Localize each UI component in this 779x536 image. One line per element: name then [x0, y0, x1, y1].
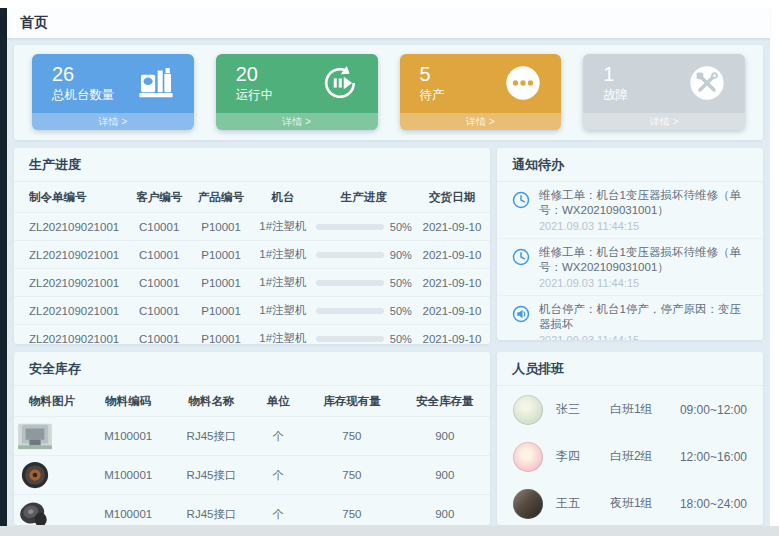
stat-card-icon — [136, 63, 176, 103]
safety-qty-cell: 900 — [400, 417, 490, 456]
material-name-cell: RJ45接口 — [171, 456, 252, 495]
production-table-row: ZL202109021001 C10001 P10001 1#注塑机 — [14, 269, 490, 297]
staff-row: 王五 夜班1组 18:00~24:00 — [497, 480, 763, 525]
customer-no-cell: C10001 — [128, 297, 190, 325]
speaker-front-image — [16, 460, 54, 490]
material-name-cell: RJ45接口 — [171, 495, 252, 526]
production-table-header-row: 制令单编号 客户编号 产品编号 机台 生产进度 交货日期 — [14, 182, 490, 213]
progress-cell: 50% — [314, 213, 414, 241]
stat-detail-link[interactable]: 详情 > — [583, 113, 745, 130]
staff-name: 王五 — [556, 495, 610, 512]
delivery-date-cell: 2021-09-10 — [414, 297, 490, 325]
progress-track — [316, 336, 384, 342]
progress-track — [316, 308, 384, 314]
collapsed-sidebar[interactable] — [0, 8, 7, 526]
order-no-cell: ZL202109021001 — [14, 213, 128, 241]
dashboard-window: 首页 26 总机台数量 — [0, 0, 779, 536]
stat-cards-panel: 26 总机台数量 — [14, 45, 763, 140]
notification-item[interactable]: 维修工单：机台1变压器损坏待维修（单号：WX202109031001） 2021… — [497, 239, 763, 296]
rj45-connector-image — [16, 421, 54, 451]
notification-item[interactable]: 维修工单：机台1变压器损坏待维修（单号：WX202109031001） 2021… — [497, 182, 763, 239]
panels-grid: 生产进度 制令单编号 客户编号 产品编号 机台 生产进度 交货日期 — [14, 148, 763, 525]
unit-cell: 个 — [252, 456, 304, 495]
staff-name: 张三 — [556, 401, 610, 418]
production-panel-title: 生产进度 — [14, 148, 490, 182]
column-header-product-no: 产品编号 — [190, 182, 252, 213]
material-image — [16, 499, 54, 525]
clock-icon — [511, 190, 531, 210]
customer-no-cell: C10001 — [128, 269, 190, 297]
product-no-cell: P10001 — [190, 325, 252, 345]
notification-body: 维修工单：机台1变压器损坏待维修（单号：WX202109031001） 2021… — [539, 188, 750, 232]
progress-percent: 50% — [390, 221, 412, 233]
stat-card-texts: 26 总机台数量 — [52, 62, 115, 104]
notification-body: 机台停产：机台1停产，停产原因：变压器损坏 2021.09.03 11:44:1… — [539, 302, 750, 340]
notification-icon — [511, 190, 531, 210]
material-code-cell: M100001 — [85, 495, 171, 526]
stat-card[interactable]: 1 故障 — [583, 54, 745, 130]
column-header-material-image: 物料图片 — [14, 386, 85, 417]
stat-label: 故障 — [603, 87, 628, 104]
staff-list: 张三 白班1组 09:00~12:00 李四 白班2组 12:00~16:00 — [497, 386, 763, 525]
stat-detail-link[interactable]: 详情 > — [400, 113, 562, 130]
product-no-cell: P10001 — [190, 241, 252, 269]
production-table: 制令单编号 客户编号 产品编号 机台 生产进度 交货日期 ZL202109021 — [14, 182, 490, 344]
progress-percent: 50% — [390, 277, 412, 289]
column-header-progress: 生产进度 — [314, 182, 414, 213]
staff-shift: 白班1组 — [610, 401, 680, 418]
production-table-row: ZL202109021001 C10001 P10001 1#注塑机 — [14, 213, 490, 241]
stock-qty-cell: 750 — [304, 417, 399, 456]
column-header-unit: 单位 — [252, 386, 304, 417]
staff-shift: 白班2组 — [610, 448, 680, 465]
progress-bar: 50% — [316, 221, 412, 233]
stock-qty-cell: 750 — [304, 456, 399, 495]
staff-shift-time: 09:00~12:00 — [680, 403, 747, 417]
machine-cell: 1#注塑机 — [252, 213, 314, 241]
dashboard-content: 26 总机台数量 — [7, 38, 770, 526]
production-table-row: ZL202109021001 C10001 P10001 1#注塑机 — [14, 241, 490, 269]
production-table-row: ZL202109021001 C10001 P10001 1#注塑机 — [14, 325, 490, 345]
notification-text: 机台停产：机台1停产，停产原因：变压器损坏 — [539, 302, 750, 332]
product-no-cell: P10001 — [190, 213, 252, 241]
progress-percent: 50% — [390, 305, 412, 317]
stat-detail-link[interactable]: 详情 > — [216, 113, 378, 130]
order-no-cell: ZL202109021001 — [14, 241, 128, 269]
staff-row: 张三 白班1组 09:00~12:00 — [497, 386, 763, 433]
stat-value: 5 — [420, 62, 445, 86]
material-image — [16, 460, 54, 490]
material-image — [16, 421, 54, 451]
machine-cell: 1#注塑机 — [252, 297, 314, 325]
product-no-cell: P10001 — [190, 297, 252, 325]
staff-avatar — [513, 395, 543, 425]
stat-detail-link[interactable]: 详情 > — [32, 113, 194, 130]
running-cycle-icon — [320, 63, 360, 103]
unit-cell: 个 — [252, 417, 304, 456]
notification-icon — [511, 247, 531, 267]
stock-qty-cell: 750 — [304, 495, 399, 526]
machine-cell: 1#注塑机 — [252, 241, 314, 269]
stat-card[interactable]: 26 总机台数量 — [32, 54, 194, 130]
speaker-icon — [511, 304, 531, 324]
machine-cell: 1#注塑机 — [252, 325, 314, 345]
notification-timestamp: 2021.09.03 11:44:15 — [539, 334, 750, 340]
progress-cell: 50% — [314, 297, 414, 325]
material-name-cell: RJ45接口 — [171, 417, 252, 456]
progress-track — [316, 224, 384, 230]
inventory-table-row: M100001 RJ45接口 个 750 900 — [14, 456, 490, 495]
material-image-cell — [14, 495, 85, 526]
column-header-delivery-date: 交货日期 — [414, 182, 490, 213]
stat-card-texts: 5 待产 — [420, 62, 445, 104]
column-header-customer-no: 客户编号 — [128, 182, 190, 213]
notification-icon — [511, 304, 531, 324]
stat-card[interactable]: 5 待产 — [400, 54, 562, 130]
column-header-order-no: 制令单编号 — [14, 182, 128, 213]
material-code-cell: M100001 — [85, 417, 171, 456]
stat-card-texts: 1 故障 — [603, 62, 628, 104]
material-image-cell — [14, 456, 85, 495]
notification-item[interactable]: 机台停产：机台1停产，停产原因：变压器损坏 2021.09.03 11:44:1… — [497, 296, 763, 340]
stat-label: 待产 — [420, 87, 445, 104]
progress-track — [316, 252, 384, 258]
order-no-cell: ZL202109021001 — [14, 297, 128, 325]
ellipsis-icon — [503, 63, 543, 103]
stat-card[interactable]: 20 运行中 — [216, 54, 378, 130]
